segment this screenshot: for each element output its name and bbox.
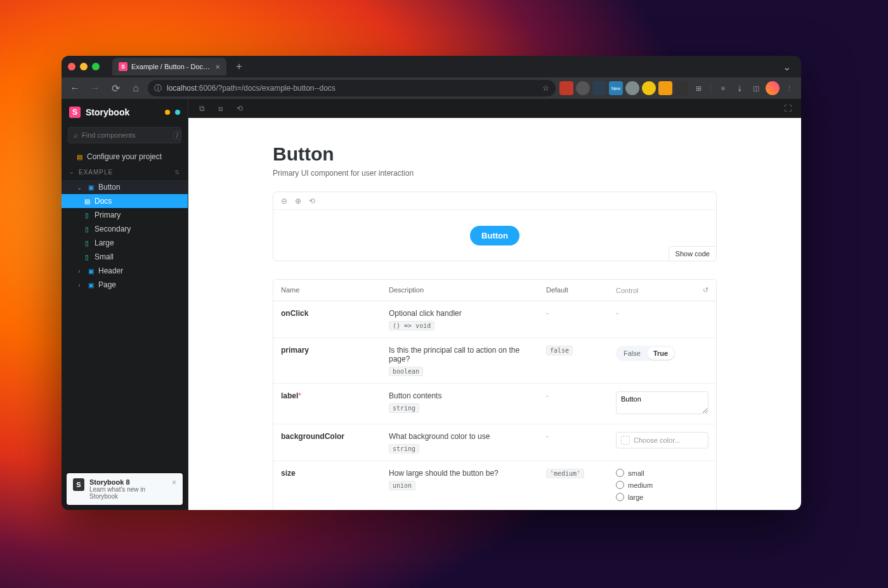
show-code-button[interactable]: Show code bbox=[669, 246, 717, 261]
zoom-reset-icon[interactable]: ⟲ bbox=[309, 197, 315, 206]
search-input[interactable]: ⌕ / bbox=[68, 127, 181, 143]
radio-option[interactable]: large bbox=[616, 493, 708, 501]
close-icon[interactable]: × bbox=[172, 478, 176, 487]
arg-row-primary: primary Is this the principal call to ac… bbox=[273, 338, 716, 384]
sidebar-item-button[interactable]: ⌄ ▣ Button bbox=[62, 180, 188, 194]
storybook-main: ⧉ ⧈ ⟲ ⛶ Button Primary UI component for … bbox=[188, 99, 801, 510]
arg-row-label: label* Button contents string - bbox=[273, 384, 716, 424]
sidepanel-icon[interactable]: ◫ bbox=[749, 81, 763, 95]
control-text-input[interactable] bbox=[616, 391, 708, 414]
radio-option[interactable]: small bbox=[616, 469, 708, 477]
profile-avatar-icon[interactable] bbox=[766, 81, 780, 95]
sidebar-item-page[interactable]: › ▣ Page bbox=[62, 278, 188, 292]
sidebar-item-button-docs[interactable]: ▤ Docs bbox=[62, 194, 188, 208]
control-none: - bbox=[608, 301, 716, 337]
close-window-icon[interactable] bbox=[68, 63, 75, 70]
address-bar[interactable]: ⓘ localhost:6006/?path=/docs/example-but… bbox=[148, 80, 556, 96]
page-title: Button bbox=[273, 143, 717, 165]
color-swatch-icon bbox=[621, 436, 630, 445]
reload-button[interactable]: ⟳ bbox=[107, 80, 124, 96]
search-shortcut-badge: / bbox=[173, 131, 181, 140]
notification-dot-icon[interactable] bbox=[165, 110, 170, 115]
zoom-in-icon[interactable]: ⊕ bbox=[295, 197, 301, 206]
preview-toolbar: ⊖ ⊕ ⟲ bbox=[273, 192, 716, 210]
sidebar-item-button-small[interactable]: ▯ Small bbox=[62, 250, 188, 264]
sidebar-toggle-icon[interactable]: ⧉ bbox=[196, 103, 207, 114]
downloads-icon[interactable]: ⭳ bbox=[733, 81, 747, 95]
extension-icon[interactable] bbox=[642, 81, 656, 95]
col-default: Default bbox=[539, 280, 608, 301]
sidebar-item-button-secondary[interactable]: ▯ Secondary bbox=[62, 222, 188, 236]
home-button[interactable]: ⌂ bbox=[127, 80, 144, 96]
arg-row-backgroundcolor: backgroundColor What background color to… bbox=[273, 424, 716, 461]
sidebar-item-label: Docs bbox=[95, 197, 112, 206]
sidebar-section-example[interactable]: ⌄ EXAMPLE ⇅ bbox=[62, 164, 188, 180]
story-icon: ▯ bbox=[83, 253, 91, 261]
reset-controls-icon[interactable]: ↺ bbox=[703, 286, 708, 294]
browser-toolbar: ← → ⟳ ⌂ ⓘ localhost:6006/?path=/docs/exa… bbox=[62, 77, 801, 99]
extension-icon[interactable] bbox=[576, 81, 590, 95]
extension-icon[interactable] bbox=[658, 81, 672, 95]
storybook-sidebar: S Storybook ⌕ / ▤ Configure your project bbox=[62, 99, 188, 510]
new-tab-button[interactable]: + bbox=[232, 59, 247, 74]
story-preview: ⊖ ⊕ ⟲ Button Show code bbox=[273, 192, 717, 261]
sidebar-item-button-large[interactable]: ▯ Large bbox=[62, 236, 188, 250]
notification-subtitle: Learn what's new in Storybook bbox=[89, 486, 167, 500]
zoom-out-icon[interactable]: ⊖ bbox=[281, 197, 287, 206]
site-info-icon[interactable]: ⓘ bbox=[154, 83, 162, 94]
sidebar-item-label: Primary bbox=[95, 211, 121, 219]
chrome-menu-icon[interactable]: ⋮ bbox=[782, 81, 796, 95]
fullscreen-icon[interactable]: ⛶ bbox=[782, 103, 793, 114]
extension-icon[interactable]: New bbox=[609, 81, 623, 95]
component-icon: ▣ bbox=[87, 267, 95, 275]
control-radio-group: small medium large bbox=[608, 461, 716, 510]
sidebar-item-button-primary[interactable]: ▯ Primary bbox=[62, 208, 188, 222]
forward-button[interactable]: → bbox=[87, 80, 103, 96]
document-icon: ▤ bbox=[75, 153, 83, 160]
notification-title: Storybook 8 bbox=[89, 478, 167, 486]
toolbar-toggle-icon[interactable]: ⧈ bbox=[215, 103, 226, 114]
sort-icon[interactable]: ⇅ bbox=[174, 169, 180, 176]
search-field[interactable] bbox=[82, 131, 169, 139]
tab-title: Example / Button - Docs · St… bbox=[131, 63, 211, 70]
required-marker-icon: * bbox=[298, 391, 301, 400]
extension-icon[interactable] bbox=[559, 81, 573, 95]
minimize-window-icon[interactable] bbox=[80, 63, 88, 70]
extension-icon[interactable] bbox=[675, 81, 689, 95]
radio-option[interactable]: medium bbox=[616, 481, 708, 489]
back-button[interactable]: ← bbox=[67, 80, 83, 96]
maximize-window-icon[interactable] bbox=[92, 63, 100, 70]
chevron-right-icon: › bbox=[75, 267, 83, 275]
browser-tabbar: S Example / Button - Docs · St… × + ⌄ bbox=[62, 56, 801, 77]
sidebar-item-label: Configure your project bbox=[87, 152, 162, 161]
extension-icon[interactable] bbox=[592, 81, 606, 95]
docs-toolbar: ⧉ ⧈ ⟲ ⛶ bbox=[188, 99, 801, 118]
control-color-picker[interactable]: Choose color... bbox=[616, 432, 708, 448]
control-boolean-toggle[interactable]: False True bbox=[616, 346, 676, 361]
favicon-icon: S bbox=[119, 62, 127, 71]
sidebar-item-configure[interactable]: ▤ Configure your project bbox=[62, 150, 188, 164]
docs-canvas[interactable]: Button Primary UI component for user int… bbox=[188, 118, 801, 510]
col-description: Description bbox=[381, 280, 539, 301]
component-icon: ▣ bbox=[87, 281, 95, 289]
media-icon[interactable]: ≡ bbox=[716, 81, 730, 95]
remount-icon[interactable]: ⟲ bbox=[234, 103, 245, 114]
sample-button[interactable]: Button bbox=[470, 226, 519, 245]
shortcuts-icon[interactable] bbox=[175, 110, 180, 115]
close-tab-icon[interactable]: × bbox=[215, 62, 220, 72]
whats-new-notification[interactable]: S Storybook 8 Learn what's new in Storyb… bbox=[67, 473, 183, 505]
extensions-menu-icon[interactable]: ⊞ bbox=[691, 81, 705, 95]
browser-window: S Example / Button - Docs · St… × + ⌄ ← … bbox=[62, 56, 801, 510]
bookmark-icon[interactable]: ☆ bbox=[542, 84, 549, 93]
sidebar-item-header[interactable]: › ▣ Header bbox=[62, 264, 188, 278]
extension-icon[interactable] bbox=[625, 81, 639, 95]
col-control: Control ↺ bbox=[608, 280, 716, 301]
chevron-down-icon: ⌄ bbox=[69, 169, 75, 175]
tab-overflow-icon[interactable]: ⌄ bbox=[778, 58, 795, 75]
args-table: Name Description Default Control ↺ onCli… bbox=[273, 279, 717, 510]
storybook-brand[interactable]: S Storybook bbox=[62, 99, 188, 124]
arg-row-onclick: onClick Optional click handler () => voi… bbox=[273, 301, 716, 338]
sidebar-item-label: Small bbox=[95, 252, 114, 261]
col-name: Name bbox=[273, 280, 381, 301]
browser-tab[interactable]: S Example / Button - Docs · St… × bbox=[112, 58, 226, 75]
